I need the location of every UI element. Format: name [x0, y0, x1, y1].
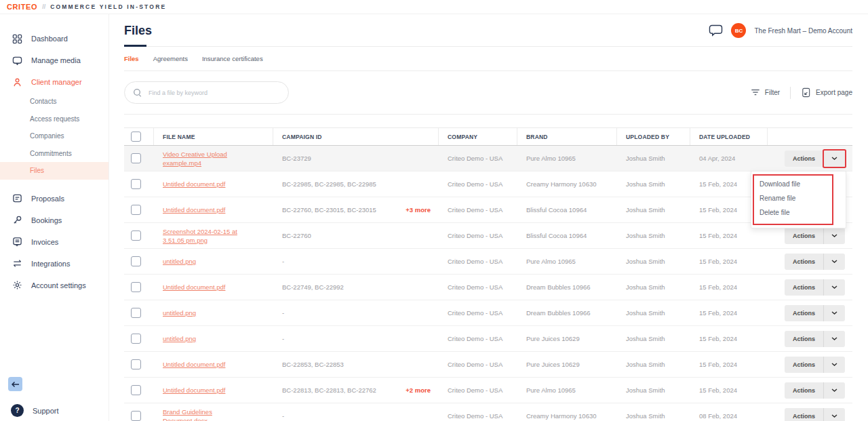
row-checkbox[interactable] — [131, 205, 141, 215]
actions-button[interactable]: Actions — [785, 228, 824, 244]
campaign-ids: BC-22813, BC-22813, BC-22762 — [282, 386, 376, 394]
actions-split-button: Actions — [785, 408, 845, 421]
col-header-file-name[interactable]: FILE NAME — [154, 128, 273, 145]
menu-item-delete-file[interactable]: Delete file — [751, 205, 846, 220]
company-cell: Criteo Demo - USA — [439, 386, 517, 394]
sidebar-item-label: Integrations — [31, 260, 70, 268]
chevron-down-icon[interactable] — [824, 228, 845, 244]
actions-button[interactable]: Actions — [785, 151, 824, 167]
col-header-brand[interactable]: BRAND — [517, 128, 617, 145]
col-header-company[interactable]: COMPANY — [439, 128, 517, 145]
more-campaigns-badge[interactable]: +3 more — [406, 206, 431, 214]
table-body: Video Creative Upload example.mp4 BC-237… — [124, 146, 852, 421]
chevron-down-icon[interactable] — [824, 254, 845, 270]
sidebar-item-bookings[interactable]: Bookings — [0, 209, 108, 231]
sidebar-item-files[interactable]: Files — [0, 162, 108, 180]
criteo-logo: CRITEO — [7, 3, 37, 11]
uploaded-by-cell: Joshua Smith — [617, 335, 690, 342]
gear-icon — [12, 280, 22, 291]
actions-split-button: Actions — [785, 331, 845, 347]
select-all-checkbox[interactable] — [131, 132, 141, 142]
export-page-button[interactable]: Export page — [801, 87, 852, 98]
tab-agreements[interactable]: Agreements — [153, 55, 188, 62]
file-name-link[interactable]: Screenshot 2024-02-15 at 3.51.05 pm.png — [163, 227, 248, 245]
filter-button[interactable]: Filter — [751, 89, 780, 96]
actions-button[interactable]: Actions — [785, 305, 824, 321]
date-uploaded-cell: 15 Feb, 2024 — [690, 335, 768, 342]
page-title: Files — [124, 24, 152, 38]
col-header-date-uploaded[interactable]: DATE UPLOADED — [690, 128, 768, 145]
menu-item-download-file[interactable]: Download file — [751, 177, 846, 191]
col-header-uploaded-by[interactable]: UPLOADED BY — [617, 128, 690, 145]
sidebar-item-manage-media[interactable]: Manage media — [0, 49, 108, 71]
chevron-down-icon[interactable] — [824, 331, 845, 347]
menu-item-rename-file[interactable]: Rename file — [751, 191, 846, 205]
sidebar-item-dashboard[interactable]: Dashboard — [0, 28, 108, 49]
actions-button[interactable]: Actions — [785, 382, 824, 399]
sidebar-sub-label: Files — [30, 167, 44, 174]
row-checkbox[interactable] — [131, 334, 141, 344]
sidebar-item-invoices[interactable]: Invoices — [0, 231, 108, 253]
search-box — [124, 81, 289, 104]
actions-button[interactable]: Actions — [785, 331, 824, 347]
sidebar-item-client-manager[interactable]: Client manager — [0, 71, 108, 93]
actions-button[interactable]: Actions — [785, 357, 824, 373]
row-checkbox[interactable] — [131, 308, 141, 318]
sidebar-item-integrations[interactable]: Integrations — [0, 253, 108, 275]
file-name-link[interactable]: Video Creative Upload example.mp4 — [163, 150, 248, 167]
chat-icon[interactable] — [709, 24, 723, 37]
file-name-link[interactable]: untitled.png — [163, 308, 196, 317]
file-name-link[interactable]: untitled.png — [163, 257, 196, 266]
row-checkbox[interactable] — [131, 282, 141, 292]
file-name-link[interactable]: Untitled document.pdf — [163, 386, 225, 395]
row-checkbox[interactable] — [131, 153, 141, 163]
company-cell: Criteo Demo - USA — [439, 335, 517, 342]
actions-split-button: Actions — [785, 305, 845, 321]
chevron-down-icon[interactable] — [824, 151, 845, 167]
filter-icon — [751, 89, 760, 96]
brand-cell: Pure Almo 10965 — [517, 386, 617, 394]
table-row: Video Creative Upload example.mp4 BC-237… — [124, 146, 852, 172]
files-table: FILE NAME CAMPAIGN ID COMPANY BRAND UPLO… — [124, 127, 852, 421]
row-checkbox[interactable] — [131, 359, 141, 369]
campaign-ids: - — [282, 258, 284, 265]
sidebar-item-access-requests[interactable]: Access requests — [0, 111, 108, 128]
chevron-down-icon[interactable] — [824, 279, 845, 296]
tab-insurance-certificates[interactable]: Insurance certificates — [202, 55, 263, 62]
chevron-down-icon[interactable] — [824, 382, 845, 399]
actions-button[interactable]: Actions — [785, 254, 824, 270]
campaign-ids: BC-22760, BC-23015, BC-23015 — [282, 206, 376, 214]
collapse-sidebar-button[interactable] — [8, 377, 22, 391]
sidebar-item-companies[interactable]: Companies — [0, 127, 108, 145]
chevron-down-icon[interactable] — [824, 408, 845, 421]
chevron-down-icon[interactable] — [824, 357, 845, 373]
sidebar-item-proposals[interactable]: Proposals — [0, 188, 108, 209]
row-checkbox[interactable] — [131, 230, 141, 241]
brand-cell: Creamy Harmony 10630 — [517, 412, 617, 420]
sidebar-item-account-settings[interactable]: Account settings — [0, 275, 108, 296]
file-name-link[interactable]: Untitled document.pdf — [163, 205, 225, 214]
file-name-link[interactable]: untitled.png — [163, 334, 196, 343]
file-name-link[interactable]: Untitled document.pdf — [163, 360, 225, 369]
table-row: Screenshot 2024-02-15 at 3.51.05 pm.png … — [124, 223, 852, 249]
file-name-link[interactable]: Untitled document.pdf — [163, 283, 225, 292]
account-name[interactable]: The Fresh Mart – Demo Account — [754, 27, 852, 35]
support-button[interactable]: ? Support — [8, 404, 108, 417]
sidebar-item-commitments[interactable]: Commitments — [0, 145, 108, 163]
file-name-link[interactable]: Untitled document.pdf — [163, 180, 225, 188]
row-checkbox[interactable] — [131, 179, 141, 189]
sidebar-sub-label: Companies — [30, 132, 64, 140]
search-input[interactable] — [149, 89, 280, 96]
file-name-link[interactable]: Brand Guidelines Document.docx — [163, 407, 248, 421]
actions-button[interactable]: Actions — [785, 279, 824, 296]
row-checkbox[interactable] — [131, 411, 141, 421]
col-header-campaign-id[interactable]: CAMPAIGN ID — [273, 128, 439, 145]
tab-files[interactable]: Files — [124, 55, 139, 62]
more-campaigns-badge[interactable]: +2 more — [406, 386, 431, 394]
chevron-down-icon[interactable] — [824, 305, 845, 321]
actions-button[interactable]: Actions — [785, 408, 824, 421]
sidebar-item-contacts[interactable]: Contacts — [0, 93, 108, 111]
row-checkbox[interactable] — [131, 256, 141, 266]
avatar[interactable]: BC — [731, 23, 746, 38]
row-checkbox[interactable] — [131, 385, 141, 395]
